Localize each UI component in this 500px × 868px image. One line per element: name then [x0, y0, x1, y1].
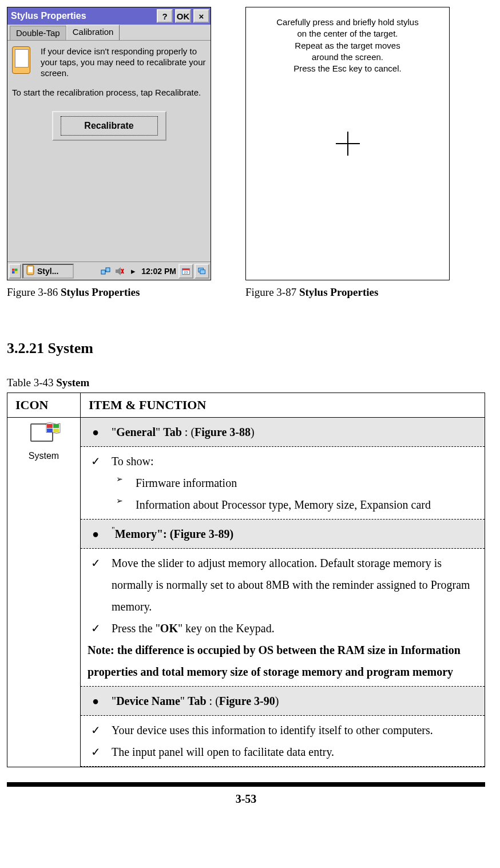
- figure-left: Stylus Properties ? OK × Double-Tap Cali…: [7, 7, 211, 299]
- svg-rect-20: [53, 424, 59, 428]
- svg-rect-22: [53, 429, 59, 433]
- recalibrate-button-label: Recalibrate: [61, 116, 158, 136]
- calibration-panel: Carefully press and briefly hold stylus …: [245, 7, 450, 280]
- memory-slider-text: Move the slider to adjust memory allocat…: [112, 552, 480, 617]
- general-tab-text: "General" Tab : (Figure 3-88): [112, 421, 255, 443]
- devname-tab-row: ● "Device Name" Tab : (Figure 3-90): [81, 687, 485, 716]
- start-button[interactable]: [9, 264, 21, 279]
- stylus-device-icon: [12, 46, 35, 81]
- taskbar-end-buttons: 23: [178, 264, 209, 279]
- devname-body-row: ✓ Your device uses this information to i…: [81, 716, 485, 767]
- calendar-icon[interactable]: 23: [178, 264, 193, 279]
- start-instruction-text: To start the recalibration process, tap …: [12, 88, 206, 98]
- memory-note-text: Note: the difference is occupied by OS b…: [85, 639, 480, 683]
- tab-panel: If your device isn't responding properly…: [7, 41, 211, 261]
- calibration-info-text: If your device isn't responding properly…: [41, 46, 206, 81]
- figures-row: Stylus Properties ? OK × Double-Tap Cali…: [7, 7, 485, 299]
- icon-cell: System: [7, 418, 81, 767]
- bullet-icon: ●: [91, 421, 100, 443]
- processor-text: Information about Processor type, Memory…: [136, 494, 431, 516]
- header-icon: ICON: [7, 393, 81, 418]
- svg-rect-0: [12, 268, 15, 271]
- clock-arrow-icon: ▸: [128, 265, 139, 277]
- taskbar-app-button[interactable]: Styl...: [22, 264, 74, 279]
- section-heading: 3.2.21 System: [7, 340, 485, 357]
- system-table: ICON ITEM & FUNCTION System: [7, 393, 485, 767]
- stylus-taskbar-icon: [26, 264, 35, 278]
- table-caption: Table 3-43 System: [7, 376, 485, 389]
- devname-tab-text: "Device Name" Tab : (Figure 3-90): [112, 690, 279, 712]
- devname-identify-text: Your device uses this information to ide…: [112, 719, 433, 741]
- svg-rect-3: [15, 271, 18, 274]
- icon-label: System: [11, 451, 77, 461]
- stylus-properties-window: Stylus Properties ? OK × Double-Tap Cali…: [7, 7, 211, 280]
- svg-marker-9: [116, 267, 121, 275]
- firmware-text: Firmware information: [136, 472, 237, 494]
- windows-flag-icon: [12, 266, 18, 276]
- svg-rect-7: [106, 268, 110, 272]
- titlebar: Stylus Properties ? OK ×: [7, 7, 211, 25]
- ok-button[interactable]: OK: [175, 9, 191, 23]
- clock-time: 12:02 PM: [141, 267, 176, 276]
- check-icon: ✓: [91, 617, 100, 639]
- page-number: 3-53: [7, 792, 485, 806]
- header-item-function: ITEM & FUNCTION: [81, 393, 485, 418]
- to-show-text: To show:: [112, 450, 154, 472]
- desktop-icon[interactable]: [195, 264, 209, 279]
- table-row: System ● "General" Tab : (Figure 3-88) ✓…: [7, 418, 485, 767]
- taskbar: Styl... ▸ 12:02 PM 23: [7, 261, 211, 280]
- memory-tab-text: "Memory": (Figure 3-89): [112, 523, 233, 545]
- memory-body-row: ✓ Move the slider to adjust memory alloc…: [81, 549, 485, 687]
- chevron-right-icon: ➢: [115, 494, 124, 516]
- bullet-icon: ●: [91, 523, 100, 545]
- tab-calibration[interactable]: Calibration: [66, 25, 120, 40]
- speaker-muted-icon[interactable]: [114, 265, 125, 277]
- chevron-right-icon: ➢: [115, 472, 124, 494]
- svg-text:23: 23: [184, 269, 188, 274]
- svg-rect-6: [101, 270, 105, 274]
- content-cell: ● "General" Tab : (Figure 3-88) ✓ To sho…: [81, 418, 485, 767]
- bullet-icon: ●: [91, 690, 100, 712]
- network-icon[interactable]: [100, 265, 112, 277]
- calibration-instructions: Carefully press and briefly hold stylus …: [255, 17, 440, 74]
- svg-rect-21: [47, 429, 53, 433]
- check-icon: ✓: [91, 741, 100, 763]
- tab-strip: Double-Tap Calibration: [7, 25, 211, 41]
- tab-double-tap[interactable]: Double-Tap: [10, 26, 66, 40]
- recalibrate-button[interactable]: Recalibrate: [52, 111, 166, 141]
- devname-inputpanel-text: The input panel will open to facilitate …: [112, 741, 334, 763]
- figure-left-caption: Figure 3-86 Stylus Properties: [7, 286, 211, 299]
- system-tray: ▸ 12:02 PM: [75, 265, 177, 277]
- window-title: Stylus Properties: [11, 11, 154, 21]
- footer-rule: [7, 782, 485, 787]
- check-icon: ✓: [91, 552, 100, 617]
- info-row: If your device isn't responding properly…: [12, 46, 206, 81]
- svg-rect-16: [200, 269, 205, 274]
- general-tab-row: ● "General" Tab : (Figure 3-88): [81, 418, 485, 447]
- general-body-row: ✓ To show: ➢ Firmware information ➢ Info…: [81, 447, 485, 520]
- svg-rect-1: [15, 268, 18, 271]
- close-button[interactable]: ×: [193, 9, 209, 23]
- svg-rect-5: [28, 267, 33, 272]
- svg-rect-2: [12, 271, 15, 274]
- check-icon: ✓: [91, 450, 100, 472]
- press-ok-text: Press the "OK" key on the Keypad.: [112, 617, 275, 639]
- system-icon: [30, 423, 58, 449]
- table-header-row: ICON ITEM & FUNCTION: [7, 393, 485, 418]
- calibration-target-icon[interactable]: [335, 130, 361, 157]
- figure-right: Carefully press and briefly hold stylus …: [245, 7, 450, 299]
- svg-rect-19: [47, 424, 53, 428]
- check-icon: ✓: [91, 719, 100, 741]
- figure-right-caption: Figure 3-87 Stylus Properties: [245, 286, 450, 299]
- taskbar-app-label: Styl...: [37, 267, 58, 276]
- memory-tab-row: ● "Memory": (Figure 3-89): [81, 520, 485, 549]
- help-button[interactable]: ?: [157, 9, 173, 23]
